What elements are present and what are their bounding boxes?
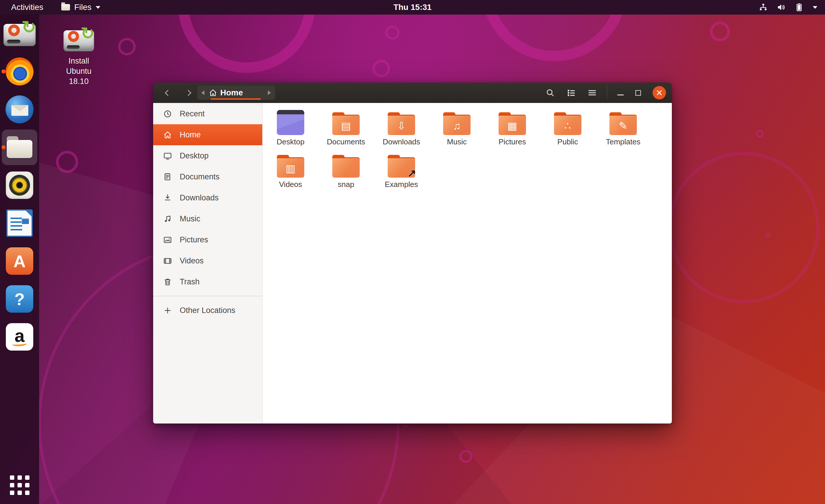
sidebar-item-videos[interactable]: Videos [153, 250, 262, 271]
sidebar: RecentHomeDesktopDocumentsDownloadsMusic… [153, 103, 262, 423]
chevron-right-icon [185, 90, 191, 96]
sidebar-item-label: Home [180, 131, 201, 140]
file-label: Documents [327, 137, 365, 147]
file-pictures[interactable]: ▦Pictures [484, 109, 540, 151]
forward-button[interactable] [182, 83, 195, 103]
dock-item-rhythmbox[interactable] [0, 166, 39, 204]
refresh-arrow-icon: ↻ [80, 25, 94, 42]
dock: ↻A?a [0, 15, 39, 504]
desktop-shortcut-install-ubuntu[interactable]: ↻ Install Ubuntu 18.10 [53, 27, 104, 87]
network-icon [758, 3, 768, 12]
sidebar-item-pictures[interactable]: Pictures [153, 229, 262, 250]
file-label: snap [338, 180, 354, 189]
path-segment-home[interactable]: Home [209, 88, 243, 97]
sidebar-item-recent[interactable]: Recent [153, 103, 262, 124]
dock-item-help[interactable]: ? [0, 280, 39, 318]
top-bar: Activities Files Thu 15:31 [0, 0, 825, 15]
path-active-underline [211, 98, 261, 100]
chevron-left-icon [164, 90, 171, 96]
folder-icon: ↗ [388, 155, 415, 178]
menu-button[interactable] [588, 88, 597, 97]
wallpaper-circle [668, 152, 820, 303]
dock-item-files[interactable] [0, 128, 39, 166]
software-icon: A [2, 243, 38, 279]
sidebar-item-desktop[interactable]: Desktop [153, 145, 262, 166]
dock-item-firefox[interactable] [0, 53, 39, 90]
folder-icon: ▦ [499, 112, 526, 135]
rhythmbox-icon [2, 167, 38, 203]
headerbar: Home [153, 83, 672, 103]
wallpaper-circle [765, 233, 770, 238]
sidebar-item-music[interactable]: Music [153, 208, 262, 229]
wallpaper-circle [756, 130, 763, 137]
maximize-button[interactable] [635, 90, 641, 96]
app-grid-icon [10, 476, 29, 495]
view-list-toggle-button[interactable] [567, 88, 576, 97]
file-desktop[interactable]: Desktop [263, 109, 318, 151]
app-menu-files[interactable]: Files [61, 3, 100, 12]
clock[interactable]: Thu 15:31 [393, 0, 432, 15]
template-emblem-icon: ✎ [609, 117, 637, 135]
file-examples[interactable]: ↗Examples [374, 151, 429, 194]
path-bar[interactable]: Home [197, 86, 275, 100]
file-downloads[interactable]: ⇩Downloads [374, 109, 429, 151]
writer-icon [2, 205, 38, 241]
dock-item-ubuntu-software[interactable]: A [0, 242, 39, 280]
show-applications-button[interactable] [0, 469, 39, 501]
file-public[interactable]: ∴Public [540, 109, 595, 151]
file-snap[interactable]: snap [318, 151, 374, 194]
wallpaper-circle [710, 21, 730, 41]
chevron-down-icon [813, 6, 817, 9]
music-icon [163, 215, 172, 224]
sidebar-separator [153, 296, 262, 296]
dock-item-thunderbird[interactable] [0, 90, 39, 128]
file-music[interactable]: ♫Music [429, 109, 484, 151]
folder-icon: ▤ [332, 112, 360, 135]
sidebar-item-label: Music [180, 215, 201, 224]
sidebar-item-downloads[interactable]: Downloads [153, 187, 262, 208]
files-icon [2, 130, 38, 165]
sidebar-item-other-locations[interactable]: Other Locations [153, 300, 262, 321]
volume-icon [776, 3, 786, 12]
file-videos[interactable]: ▥Videos [263, 151, 318, 194]
activities-button[interactable]: Activities [11, 3, 43, 12]
sidebar-item-trash[interactable]: Trash [153, 271, 262, 292]
minimize-button[interactable] [617, 90, 624, 95]
dock-item-libreoffice-writer[interactable] [0, 204, 39, 242]
ubuntu-logo-icon [68, 31, 79, 42]
wallpaper-circle [385, 26, 399, 40]
trash-icon [163, 277, 172, 286]
firefox-icon [2, 54, 38, 89]
folder-icon: ♫ [443, 112, 470, 135]
file-label: Pictures [499, 137, 526, 147]
path-scroll-right-icon[interactable] [268, 90, 271, 95]
dock-item-ubuntu-installer[interactable]: ↻ [0, 15, 39, 53]
window-body: RecentHomeDesktopDocumentsDownloadsMusic… [153, 103, 672, 423]
search-button[interactable] [545, 88, 555, 97]
headerbar-separator [607, 86, 607, 99]
documents-icon [163, 172, 172, 181]
video-emblem-icon: ▥ [277, 160, 304, 178]
list-view-icon [567, 88, 576, 97]
dock-item-amazon[interactable]: a [0, 318, 39, 356]
pictures-icon [163, 235, 172, 244]
installer-icon: ↻ [2, 16, 38, 51]
sidebar-item-label: Trash [180, 277, 200, 286]
sidebar-item-label: Pictures [180, 235, 208, 244]
minimize-icon [617, 94, 624, 95]
chevron-down-icon [96, 6, 100, 9]
sidebar-item-documents[interactable]: Documents [153, 166, 262, 187]
file-documents[interactable]: ▤Documents [318, 109, 374, 151]
close-button[interactable] [653, 86, 666, 99]
file-templates[interactable]: ✎Templates [595, 109, 651, 151]
back-button[interactable] [161, 83, 174, 103]
path-current-label: Home [220, 88, 243, 97]
download-emblem-icon: ⇩ [388, 117, 415, 135]
sidebar-item-home[interactable]: Home [153, 124, 262, 145]
sidebar-item-label: Recent [180, 109, 205, 118]
battery-icon [795, 3, 804, 12]
system-status-area[interactable] [758, 0, 817, 15]
symlink-arrow-icon: ↗ [407, 167, 416, 179]
path-scroll-left-icon[interactable] [201, 90, 205, 95]
help-icon: ? [2, 281, 38, 317]
